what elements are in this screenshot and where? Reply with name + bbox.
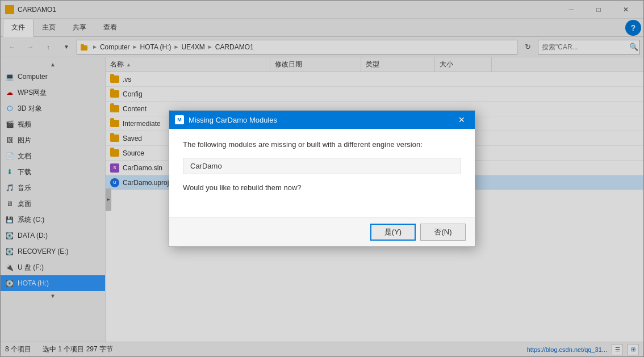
dialog-body: The following modules are missing or bui… <box>169 129 475 217</box>
dialog-title: Missing CarDamo Modules <box>189 116 277 124</box>
dialog-title-bar: M Missing CarDamo Modules ✕ <box>169 111 475 129</box>
dialog-question: Would you like to rebuild them now? <box>183 183 461 192</box>
dialog-close-button[interactable]: ✕ <box>454 112 469 127</box>
dialog-no-button[interactable]: 否(N) <box>420 224 466 241</box>
dialog-yes-button[interactable]: 是(Y) <box>370 224 416 241</box>
modal-overlay: M Missing CarDamo Modules ✕ The followin… <box>0 0 644 357</box>
dialog-footer: 是(Y) 否(N) <box>169 217 475 246</box>
dialog: M Missing CarDamo Modules ✕ The followin… <box>169 110 475 247</box>
dialog-title-icon: M <box>175 115 184 124</box>
dialog-message: The following modules are missing or bui… <box>183 140 461 149</box>
dialog-module-name: CarDamo <box>183 158 461 174</box>
